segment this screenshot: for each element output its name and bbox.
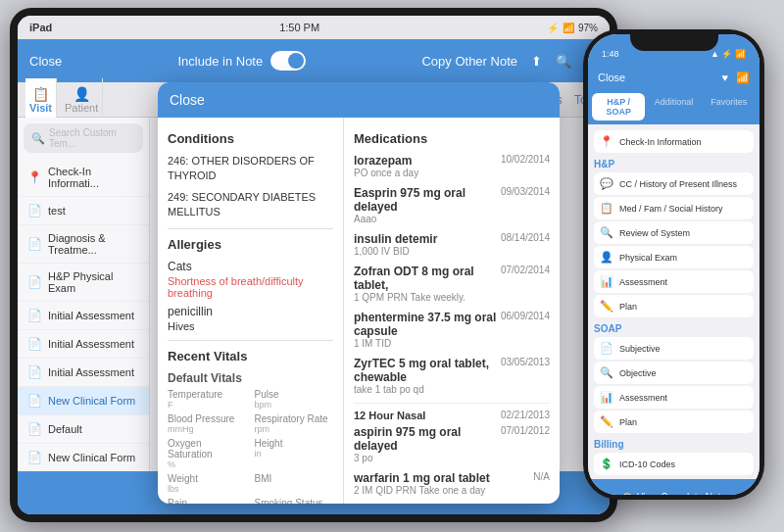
share-icon[interactable]: ⬆ xyxy=(531,54,542,69)
sidebar-item-initial2[interactable]: 📄 Initial Assessment xyxy=(18,330,149,359)
vitals-grid: Temperature F Pulse bpm Blood Pressure m… xyxy=(168,389,333,504)
ipad-status-time: 1:50 PM xyxy=(279,22,319,33)
iphone-time: 1:48 xyxy=(602,49,619,59)
iphone-section-soap: SOAP xyxy=(594,323,754,334)
allergy-2-name: penicillin xyxy=(168,305,333,318)
cc-icon: 💬 xyxy=(600,177,613,190)
objective-icon: 🔍 xyxy=(600,366,613,379)
iphone-view-note-bar[interactable]: 📋 View Complete Note xyxy=(588,479,760,495)
ipad-status-left: iPad xyxy=(29,22,52,33)
sidebar-item-hp[interactable]: 📄 H&P Physical Exam xyxy=(18,264,149,302)
iphone-device: 1:48 ▲ ⚡ 📶 Close ♥ 📶 H&P / SOAP Addition… xyxy=(583,29,764,500)
tab-patient[interactable]: 👤 Patient xyxy=(61,78,103,121)
sidebar-item-initial3[interactable]: 📄 Initial Assessment xyxy=(18,359,149,387)
sidebar-item-newclinical1[interactable]: 📄 New Clinical Form xyxy=(18,387,149,415)
visit-icon: 📋 xyxy=(29,86,52,102)
iphone-item-assessment-hp[interactable]: 📊 Assessment xyxy=(594,270,754,293)
copy-other-note-button[interactable]: Copy Other Note xyxy=(421,54,517,69)
checkin-icon: 📍 xyxy=(600,135,613,148)
sidebar-item-label: Diagnosis & Treatme... xyxy=(48,232,139,256)
plan-soap-icon: ✏️ xyxy=(600,415,613,428)
item-label: Plan xyxy=(619,417,637,427)
iphone-status-icons: ▲ ⚡ 📶 xyxy=(710,49,746,59)
iphone-item-objective[interactable]: 🔍 Objective xyxy=(594,362,754,384)
tab-visit-label: Visit xyxy=(29,102,52,114)
doc-icon-diag: 📄 xyxy=(27,237,42,251)
sidebar-item-test[interactable]: 📄 test xyxy=(18,197,149,225)
doc-icon-hp: 📄 xyxy=(27,275,42,289)
wifi-icon: 📶 xyxy=(736,72,750,84)
iphone-tab-hp-soap[interactable]: H&P / SOAP xyxy=(592,93,645,121)
ipad-sidebar: 🔍 Search Custom Tem... 📍 Check-In Inform… xyxy=(18,118,150,471)
iphone-item-physical[interactable]: 👤 Physical Exam xyxy=(594,246,754,268)
modal-close-button[interactable]: Close xyxy=(170,92,205,108)
iphone-view-note-label: View Complete Note xyxy=(637,492,726,496)
item-label: Med / Fam / Social History xyxy=(619,204,723,214)
med-name: phentermine 37.5 mg oral capsule xyxy=(354,311,501,338)
toggle-track[interactable] xyxy=(270,51,306,71)
tab-label: H&P / SOAP xyxy=(606,97,631,117)
med-detail: Aaao xyxy=(354,214,550,224)
item-label: Subjective xyxy=(619,344,661,354)
sidebar-item-checkin[interactable]: 📍 Check-In Informati... xyxy=(18,159,149,197)
med-zofran: Zofran ODT 8 mg oral tablet, 07/02/2014 … xyxy=(354,265,550,303)
search-bar[interactable]: 🔍 Search Custom Tem... xyxy=(24,123,143,153)
med-easprin: Easprin 975 mg oral delayed 09/03/2014 A… xyxy=(354,186,550,224)
iphone-item-checkin[interactable]: 📍 Check-In Information xyxy=(594,130,754,153)
vital-bmi: BMI xyxy=(255,473,334,494)
physical-icon: 👤 xyxy=(600,251,613,264)
med-aspirin: aspirin 975 mg oral delayed 07/01/2012 3… xyxy=(354,425,550,463)
vital-weight: Weight lbs xyxy=(168,473,247,494)
iphone-item-icd10[interactable]: 💲 ICD-10 Codes xyxy=(594,453,754,475)
vital-rr: Respiratory Rate rpm xyxy=(255,413,334,434)
iphone-tab-favorites[interactable]: Favorites xyxy=(703,93,756,121)
iphone-tab-additional[interactable]: Additional xyxy=(647,93,700,121)
medications-title: Medications xyxy=(354,131,550,146)
med-detail: 3 po xyxy=(354,453,550,463)
doc-icon-init2: 📄 xyxy=(27,337,42,351)
med-date: 08/14/2014 xyxy=(501,232,550,246)
vital-o2: Oxygen Saturation % xyxy=(168,438,247,469)
iphone-close-button[interactable]: Close xyxy=(598,72,625,83)
iphone-item-plan-hp[interactable]: ✏️ Plan xyxy=(594,295,754,317)
med-date: 09/03/2014 xyxy=(501,186,550,214)
sidebar-item-label: Default xyxy=(48,423,82,435)
ipad-statusbar: iPad 1:50 PM ⚡ 📶 97% xyxy=(18,16,610,39)
heart-icon[interactable]: ♥ xyxy=(721,72,728,84)
sidebar-item-newclinical2[interactable]: 📄 New Clinical Form xyxy=(18,444,149,471)
item-label: Check-In Information xyxy=(619,137,702,147)
item-label: Plan xyxy=(619,302,637,312)
med-detail: 2 IM QID PRN Take one a day xyxy=(354,485,550,496)
bluetooth-icon: ⚡ xyxy=(547,23,559,33)
include-note-toggle[interactable]: Include in Note xyxy=(72,51,412,71)
assessment-soap-icon: 📊 xyxy=(600,391,613,404)
iphone-item-plan-soap[interactable]: ✏️ Plan xyxy=(594,411,754,433)
sidebar-item-diagnosis[interactable]: 📄 Diagnosis & Treatme... xyxy=(18,225,149,264)
item-label: CC / History of Present Illness xyxy=(619,179,737,189)
iphone-item-med-fam[interactable]: 📋 Med / Fam / Social History xyxy=(594,197,754,219)
iphone-section-billing: Billing xyxy=(594,439,754,450)
sidebar-item-initial1[interactable]: 📄 Initial Assessment xyxy=(18,302,149,330)
search-placeholder: Search Custom Tem... xyxy=(49,127,135,149)
search-icon[interactable]: 🔍 xyxy=(556,54,571,69)
close-button[interactable]: Close xyxy=(29,54,62,69)
vital-smoking: Smoking Status xyxy=(255,498,334,504)
default-vitals-title: Default Vitals xyxy=(168,371,333,385)
item-label: Review of System xyxy=(619,228,690,238)
toggle-thumb xyxy=(288,53,304,69)
iphone-item-cc[interactable]: 💬 CC / History of Present Illness xyxy=(594,172,754,195)
doc-icon-init3: 📄 xyxy=(27,365,42,379)
search-icon-sidebar: 🔍 xyxy=(31,132,45,145)
divider-vitals xyxy=(168,340,333,341)
allergy-2-reaction: Hives xyxy=(168,320,333,332)
sidebar-item-label: New Clinical Form xyxy=(48,395,135,407)
tab-visit[interactable]: 📋 Visit xyxy=(25,78,57,121)
iphone-item-subjective[interactable]: 📄 Subjective xyxy=(594,337,754,360)
iphone-item-assessment-soap[interactable]: 📊 Assessment xyxy=(594,386,754,409)
iphone-item-review[interactable]: 🔍 Review of System xyxy=(594,221,754,244)
med-name: ZyrTEC 5 mg oral tablet, chewable xyxy=(354,357,501,384)
checkin-icon: 📍 xyxy=(27,170,42,184)
sidebar-item-default[interactable]: 📄 Default xyxy=(18,415,149,444)
med-detail: 1,000 IV BID xyxy=(354,246,550,257)
sidebar-item-label: H&P Physical Exam xyxy=(48,270,139,294)
